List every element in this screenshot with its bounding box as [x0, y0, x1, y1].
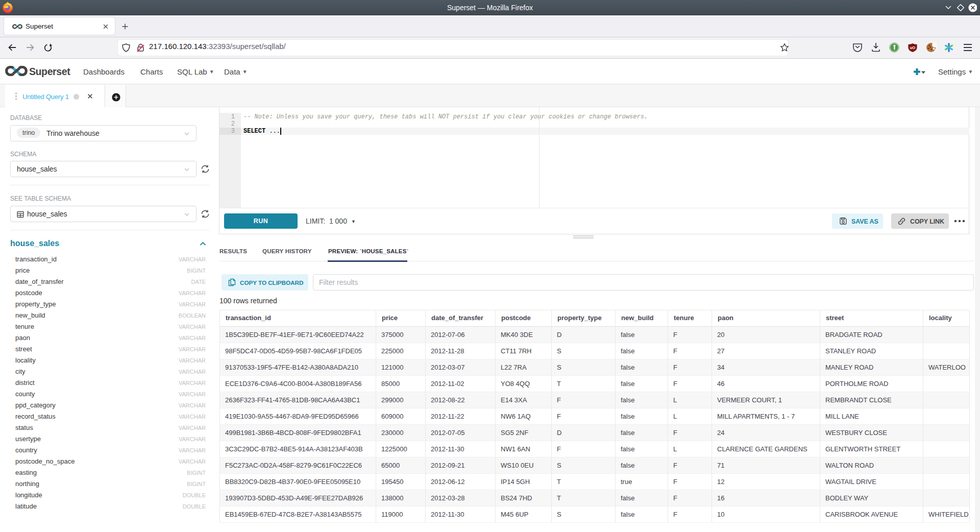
svg-text:uO: uO: [910, 45, 916, 50]
